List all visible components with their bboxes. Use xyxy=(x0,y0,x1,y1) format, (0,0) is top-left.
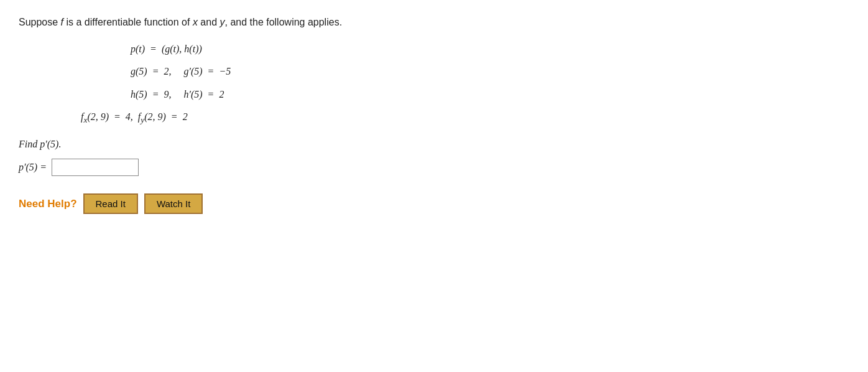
intro-text: Suppose f is a differentiable function o… xyxy=(19,17,342,27)
answer-row: p′(5) = xyxy=(19,159,849,176)
math-equations-block: p(t) = (g(t), h(t)) g(5) = 2, g′(5) = −5… xyxy=(131,42,849,126)
page-container: Suppose f is a differentiable function o… xyxy=(0,0,868,372)
equation-h5: h(5) = 9, h′(5) = 2 xyxy=(131,88,224,101)
watch-it-button[interactable]: Watch It xyxy=(144,193,203,214)
find-label: Find p′(5). xyxy=(19,139,849,150)
equation-fxy: fx(2, 9) = 4, fy(2, 9) = 2 xyxy=(81,110,188,126)
help-section: Need Help? Read It Watch It xyxy=(19,193,849,214)
problem-intro: Suppose f is a differentiable function o… xyxy=(19,15,849,30)
read-it-button[interactable]: Read It xyxy=(83,193,138,214)
answer-label: p′(5) = xyxy=(19,162,47,173)
equation-g5: g(5) = 2, g′(5) = −5 xyxy=(131,65,231,78)
equation-pt: p(t) = (g(t), h(t)) xyxy=(131,42,202,56)
need-help-label: Need Help? xyxy=(19,198,77,210)
answer-input[interactable] xyxy=(52,159,139,176)
